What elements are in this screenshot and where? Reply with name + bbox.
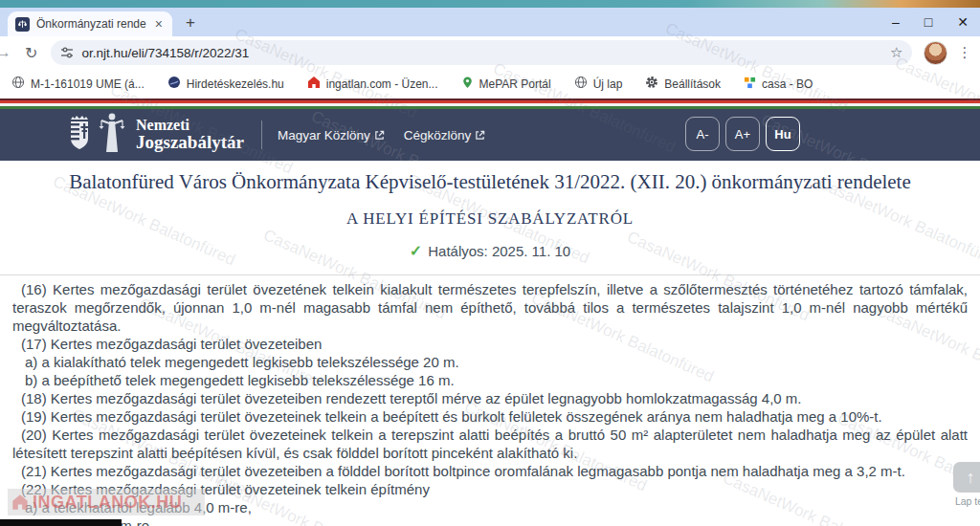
reload-icon[interactable]: ↻ xyxy=(25,44,37,62)
status-text: Hatályos: 2025. 11. 10 xyxy=(428,243,570,259)
language-hu-button[interactable]: Hu xyxy=(766,117,800,151)
forward-icon[interactable]: → xyxy=(0,43,11,62)
close-window-button[interactable]: ✕ xyxy=(957,15,969,29)
bookmark-label: Hirdetéskezelés.hu xyxy=(187,77,284,91)
regulation-title: Balatonfüred Város Önkormányzata Képvise… xyxy=(19,170,961,194)
njt-site-header: Nemzeti Jogszabálytár Magyar Közlöny Cég… xyxy=(0,109,980,161)
bookmark-label: MePAR Portál xyxy=(479,77,551,91)
scroll-to-top-label: Lap tet xyxy=(953,495,980,507)
check-icon: ✓ xyxy=(410,243,422,259)
regulation-subtitle: A HELYI ÉPÍTÉSI SZABÁLYZATRÓL xyxy=(0,209,980,229)
paragraph: (19) Kertes mezőgazdasági terület övezet… xyxy=(12,407,968,426)
bookmark-item[interactable]: Beállítások xyxy=(645,76,721,93)
bookmark-item[interactable]: Új lap xyxy=(574,76,623,93)
scroll-to-top: ↑ Lap tet xyxy=(953,462,980,507)
tab-close-icon[interactable]: × xyxy=(153,17,165,31)
paragraph: (21) Kertes mezőgazdasági terület övezet… xyxy=(12,462,968,480)
globe-icon xyxy=(574,76,588,93)
font-size-controls: A- A+ Hu xyxy=(685,117,800,151)
site-settings-icon[interactable] xyxy=(60,46,74,59)
njt-logo[interactable]: Nemzeti Jogszabálytár xyxy=(136,118,244,153)
ingatlanok-watermark: INGATLANOK.HU xyxy=(8,489,205,515)
profile-avatar[interactable] xyxy=(924,41,947,65)
agency-logo-text: INGATLANOK.HU xyxy=(33,493,182,513)
house-icon xyxy=(307,76,321,93)
bottom-black-bar xyxy=(0,519,122,526)
browser-toolbar: → ↻ or.njt.hu/eli/734158/r/2022/31 ☆ ⋮ xyxy=(0,36,980,69)
scroll-to-top-button[interactable]: ↑ xyxy=(953,462,980,493)
tab-title: Önkormányzati rendelet xyxy=(36,17,146,31)
tab-strip: Önkormányzati rendelet × + – □ ✕ xyxy=(0,8,980,36)
site-circle-icon xyxy=(167,76,181,93)
bookmark-star-icon[interactable]: ☆ xyxy=(890,44,902,61)
font-smaller-button[interactable]: A- xyxy=(685,117,720,151)
paragraph: b) a beépíthető telek megengedett legkis… xyxy=(12,371,968,389)
new-tab-button[interactable]: + xyxy=(186,13,195,36)
link-label: Magyar Közlöny xyxy=(278,128,370,142)
browser-tab[interactable]: Önkormányzati rendelet × xyxy=(8,11,172,36)
bookmark-item[interactable]: MePAR Portál xyxy=(461,76,551,93)
njt-logo-line1: Nemzeti xyxy=(136,118,244,134)
paragraph: (17) Kertes mezőgazdasági terület övezet… xyxy=(12,335,968,353)
browser-menu-icon[interactable]: ⋮ xyxy=(957,44,971,61)
hungarian-flag-stripes xyxy=(0,99,980,109)
bookmark-item[interactable]: Hirdetéskezelés.hu xyxy=(167,76,284,93)
bookmark-label: Beállítások xyxy=(664,77,721,91)
maximize-button[interactable]: □ xyxy=(924,15,932,29)
house-logo-icon xyxy=(11,493,29,511)
cegkozlony-link[interactable]: Cégközlöny xyxy=(404,128,486,142)
bookmarks-bar: M-1-161019 UME (á... Hirdetéskezelés.hu … xyxy=(0,69,980,99)
link-label: Cégközlöny xyxy=(404,128,472,142)
desktop-background xyxy=(0,0,980,8)
justitia-statue-icon xyxy=(98,112,126,158)
paragraph: (18) Kertes mezőgazdasági terület övezet… xyxy=(12,389,968,407)
bookmark-item[interactable]: M-1-161019 UME (á... xyxy=(11,76,145,93)
bookmark-label: Új lap xyxy=(593,77,623,91)
font-larger-button[interactable]: A+ xyxy=(725,117,760,151)
njt-logo-line2: Jogszabálytár xyxy=(136,133,244,152)
bookmark-label: M-1-161019 UME (á... xyxy=(31,77,145,91)
bookmark-item[interactable]: casa - BO xyxy=(744,76,813,93)
color-squares-icon xyxy=(744,76,756,93)
external-link-icon xyxy=(475,130,485,141)
bookmark-label: casa - BO xyxy=(762,77,813,91)
gear-icon xyxy=(645,76,658,93)
paragraph: (20) Kertes mezőgazdasági terület övezet… xyxy=(12,426,968,462)
browser-window: Önkormányzati rendelet × + – □ ✕ → ↻ or.… xyxy=(0,0,980,526)
paragraph: a) a kialakítható telek megengedett legk… xyxy=(12,353,968,371)
address-bar[interactable]: or.njt.hu/eli/734158/r/2022/31 ☆ xyxy=(51,40,912,65)
bookmark-label: ingatlan.com - Üzen... xyxy=(326,77,438,91)
map-pin-icon xyxy=(461,76,474,93)
globe-icon xyxy=(11,76,25,93)
magyar-kozlony-link[interactable]: Magyar Közlöny xyxy=(278,128,385,142)
external-link-icon xyxy=(374,130,385,141)
minimize-button[interactable]: – xyxy=(892,15,900,29)
hungarian-coat-of-arms-icon xyxy=(67,114,92,156)
document-body: Balatonfüred Város Önkormányzata Képvise… xyxy=(0,170,980,526)
url-text[interactable]: or.njt.hu/eli/734158/r/2022/31 xyxy=(81,46,890,60)
paragraph: (16) Kertes mezőgazdasági terület övezet… xyxy=(12,280,968,335)
bookmark-item[interactable]: ingatlan.com - Üzen... xyxy=(307,76,438,93)
validity-status: ✓Hatályos: 2025. 11. 10 xyxy=(0,242,980,260)
njt-favicon-icon xyxy=(15,17,30,32)
paragraph: b) árkoktól 1,5 m-re xyxy=(12,516,968,526)
window-controls: – □ ✕ xyxy=(892,8,980,36)
header-divider xyxy=(261,121,262,149)
